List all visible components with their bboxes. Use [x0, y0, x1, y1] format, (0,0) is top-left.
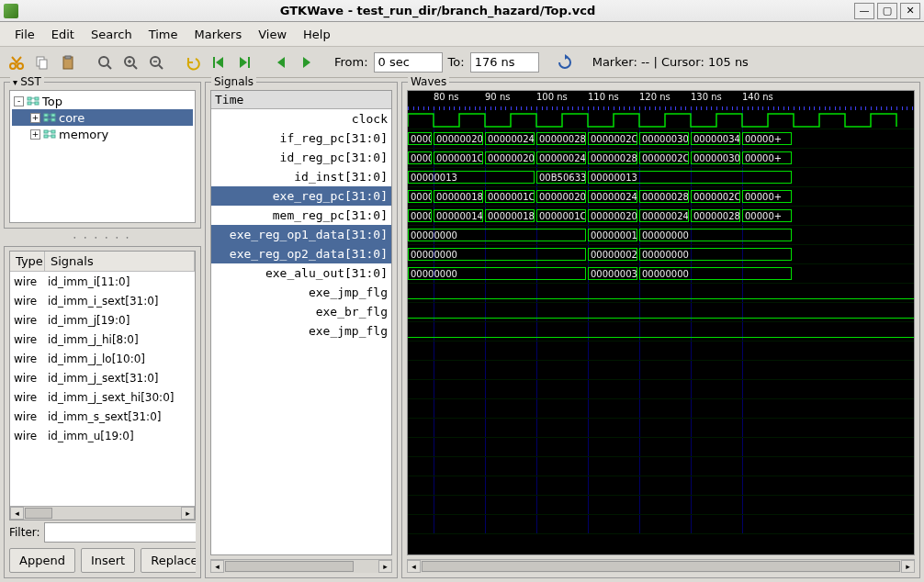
from-input[interactable]: [374, 52, 443, 73]
menu-markers[interactable]: Markers: [186, 24, 249, 45]
signal-row[interactable]: exe_alu_out[31:0]: [211, 263, 391, 283]
wave-row[interactable]: 000000000000000100000000: [408, 226, 914, 245]
window-title: GTKWave - test_run_dir/branch_hazard/Top…: [24, 4, 851, 17]
scroll-right-icon[interactable]: ▸: [378, 560, 392, 573]
module-icon: [43, 129, 56, 140]
scroll-left-icon[interactable]: ◂: [407, 560, 421, 573]
zoom-out-icon[interactable]: [145, 51, 167, 73]
signal-row[interactable]: exe_jmp_flg: [211, 283, 391, 302]
wave-segment: 00000028: [691, 209, 740, 222]
menu-edit[interactable]: Edit: [44, 24, 82, 45]
type-row[interactable]: wireid_imm_s_sext[31:0]: [10, 407, 195, 426]
type-row[interactable]: wireid_imm_i_sext[31:0]: [10, 291, 195, 310]
type-row[interactable]: wireid_imm_j_lo[10:0]: [10, 349, 195, 368]
cut-icon[interactable]: [6, 51, 28, 73]
signal-row[interactable]: id_reg_pc[31:0]: [211, 148, 391, 167]
replace-button[interactable]: Replace: [141, 548, 196, 573]
scroll-right-icon[interactable]: ▸: [181, 507, 195, 520]
paste-icon[interactable]: [57, 51, 79, 73]
wave-row[interactable]: 000000000000000200000000: [408, 245, 914, 264]
to-input[interactable]: [470, 52, 539, 73]
signal-row[interactable]: if_reg_pc[31:0]: [211, 129, 391, 148]
tree-node-memory[interactable]: +memory: [12, 126, 193, 142]
type-row[interactable]: wireid_imm_j_sext[31:0]: [10, 368, 195, 387]
menu-time[interactable]: Time: [141, 24, 186, 45]
append-button[interactable]: Append: [9, 548, 75, 573]
wave-segment: 00000003: [588, 267, 637, 280]
menu-search[interactable]: Search: [84, 24, 140, 45]
scroll-thumb[interactable]: [422, 561, 900, 572]
reload-icon[interactable]: [554, 51, 576, 73]
insert-button[interactable]: Insert: [81, 548, 135, 573]
wave-low-line: [408, 318, 914, 319]
scroll-thumb[interactable]: [225, 561, 354, 572]
wave-row[interactable]: [408, 110, 914, 129]
undo-icon[interactable]: [182, 51, 204, 73]
type-list[interactable]: wireid_imm_i[11:0]wireid_imm_i_sext[31:0…: [10, 272, 195, 506]
step-forward-icon[interactable]: [296, 51, 318, 73]
maximize-button[interactable]: ▢: [877, 3, 897, 19]
wave-row[interactable]: [408, 322, 914, 341]
type-cell: wire: [10, 275, 45, 288]
step-back-icon[interactable]: [270, 51, 292, 73]
signal-row[interactable]: exe_reg_op2_data[31:0]: [211, 244, 391, 263]
tree-expander-icon[interactable]: +: [30, 113, 40, 123]
signal-row[interactable]: clock: [211, 109, 391, 129]
scroll-right-icon[interactable]: ▸: [901, 560, 915, 573]
copy-icon[interactable]: [31, 51, 53, 73]
seek-end-icon[interactable]: [233, 51, 255, 73]
tree-expander-icon[interactable]: -: [14, 96, 24, 106]
signal-row[interactable]: exe_br_flg: [211, 302, 391, 321]
menu-view[interactable]: View: [251, 24, 294, 45]
signal-row[interactable]: id_inst[31:0]: [211, 167, 391, 186]
filter-input[interactable]: [44, 522, 196, 543]
col-signals[interactable]: Signals: [45, 252, 195, 271]
wave-row[interactable]: [408, 284, 914, 303]
type-row[interactable]: wireid_imm_u[19:0]: [10, 426, 195, 445]
col-type[interactable]: Type: [10, 252, 45, 271]
tree-expander-icon[interactable]: +: [30, 129, 40, 140]
signals-list[interactable]: clockif_reg_pc[31:0]id_reg_pc[31:0]id_in…: [211, 109, 391, 554]
signal-row[interactable]: exe_reg_op1_data[31:0]: [211, 225, 391, 244]
wave-row[interactable]: 0000+00000014000000180000001C00000020000…: [408, 207, 914, 226]
wave-segment: 00000024: [536, 151, 586, 164]
signal-row[interactable]: exe_reg_pc[31:0]: [211, 186, 391, 206]
seek-start-icon[interactable]: [208, 51, 230, 73]
wave-row[interactable]: 0000+000000180000001C0000002000000024000…: [408, 187, 914, 207]
zoom-in-icon[interactable]: [119, 51, 141, 73]
sash-handle[interactable]: • • • • • •: [4, 234, 201, 241]
wave-segment: 0000001C: [536, 209, 586, 222]
wave-row[interactable]: 0000001300B5063300000013: [408, 168, 914, 187]
sst-tree[interactable]: -Top+core+memory: [9, 90, 196, 223]
wave-row[interactable]: 0000+0000002000000024000000280000002C000…: [408, 129, 914, 149]
type-hscroll[interactable]: ◂ ▸: [10, 506, 195, 520]
tree-node-core[interactable]: +core: [12, 109, 193, 126]
type-row[interactable]: wireid_imm_j_hi[8:0]: [10, 330, 195, 349]
svg-line-7: [107, 65, 111, 69]
type-row[interactable]: wireid_imm_j[19:0]: [10, 310, 195, 330]
menu-file[interactable]: File: [7, 24, 42, 45]
scroll-left-icon[interactable]: ◂: [10, 507, 24, 520]
minimize-button[interactable]: —: [854, 3, 874, 19]
signal-row[interactable]: exe_jmp_flg: [211, 321, 391, 341]
type-panel: Type Signals wireid_imm_i[11:0]wireid_im…: [4, 246, 201, 578]
wave-row[interactable]: 000000000000000300000000: [408, 264, 914, 284]
scroll-left-icon[interactable]: ◂: [210, 560, 224, 573]
close-button[interactable]: ✕: [900, 3, 920, 19]
tree-node-top[interactable]: -Top: [12, 93, 193, 109]
type-row[interactable]: wireid_imm_j_sext_hi[30:0]: [10, 387, 195, 407]
signals-hscroll[interactable]: ◂ ▸: [210, 559, 392, 573]
menu-help[interactable]: Help: [296, 24, 338, 45]
waves-hscroll[interactable]: ◂ ▸: [407, 559, 915, 573]
wave-row[interactable]: 0000+0000001C000000200000002400000028000…: [408, 149, 914, 168]
wave-row[interactable]: [408, 303, 914, 322]
wave-segment: 00000000: [408, 267, 586, 280]
signal-row[interactable]: mem_reg_pc[31:0]: [211, 206, 391, 225]
scroll-thumb[interactable]: [25, 508, 52, 519]
zoom-fit-icon[interactable]: [94, 51, 116, 73]
wave-segment: 00B50633: [536, 171, 586, 184]
type-row[interactable]: wireid_imm_i[11:0]: [10, 272, 195, 291]
wave-area[interactable]: 80 ns90 ns100 ns110 ns120 ns130 ns140 ns…: [407, 90, 915, 555]
svg-rect-16: [248, 57, 250, 68]
svg-rect-18: [28, 102, 31, 105]
